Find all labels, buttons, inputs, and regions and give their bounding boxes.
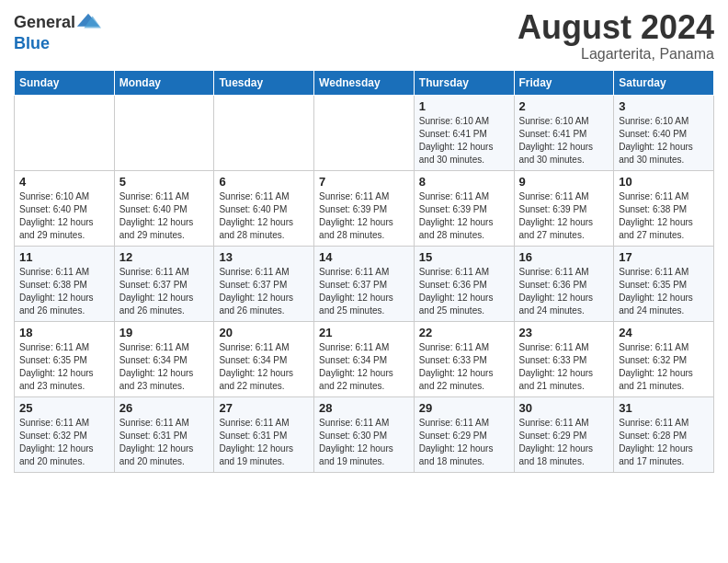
day-number: 2 — [519, 99, 609, 113]
calendar-cell: 11Sunrise: 6:11 AM Sunset: 6:38 PM Dayli… — [15, 246, 115, 321]
calendar-week-4: 18Sunrise: 6:11 AM Sunset: 6:35 PM Dayli… — [15, 321, 714, 396]
day-info: Sunrise: 6:11 AM Sunset: 6:30 PM Dayligh… — [319, 417, 409, 468]
day-info: Sunrise: 6:11 AM Sunset: 6:37 PM Dayligh… — [319, 266, 409, 317]
day-info: Sunrise: 6:11 AM Sunset: 6:37 PM Dayligh… — [219, 266, 309, 317]
day-info: Sunrise: 6:11 AM Sunset: 6:40 PM Dayligh… — [119, 190, 210, 242]
calendar-cell: 2Sunrise: 6:10 AM Sunset: 6:41 PM Daylig… — [514, 95, 614, 170]
day-info: Sunrise: 6:11 AM Sunset: 6:31 PM Dayligh… — [119, 417, 210, 468]
calendar-cell: 8Sunrise: 6:11 AM Sunset: 6:39 PM Daylig… — [414, 170, 514, 246]
day-number: 31 — [619, 401, 709, 415]
day-number: 6 — [219, 175, 309, 189]
calendar-cell: 24Sunrise: 6:11 AM Sunset: 6:32 PM Dayli… — [614, 321, 714, 396]
calendar-cell: 19Sunrise: 6:11 AM Sunset: 6:34 PM Dayli… — [114, 321, 214, 396]
calendar-cell: 3Sunrise: 6:10 AM Sunset: 6:40 PM Daylig… — [614, 95, 714, 170]
day-info: Sunrise: 6:11 AM Sunset: 6:36 PM Dayligh… — [419, 266, 509, 317]
logo: General Blue — [14, 9, 101, 52]
logo-icon — [75, 9, 101, 35]
day-info: Sunrise: 6:11 AM Sunset: 6:38 PM Dayligh… — [19, 266, 109, 317]
day-number: 7 — [319, 175, 409, 189]
calendar-header-saturday: Saturday — [614, 70, 714, 95]
day-info: Sunrise: 6:11 AM Sunset: 6:35 PM Dayligh… — [19, 341, 109, 393]
calendar-body: 1Sunrise: 6:10 AM Sunset: 6:41 PM Daylig… — [15, 95, 714, 472]
calendar-cell: 31Sunrise: 6:11 AM Sunset: 6:28 PM Dayli… — [614, 396, 714, 472]
calendar-cell: 26Sunrise: 6:11 AM Sunset: 6:31 PM Dayli… — [114, 396, 214, 472]
calendar-cell: 16Sunrise: 6:11 AM Sunset: 6:36 PM Dayli… — [514, 246, 614, 321]
day-info: Sunrise: 6:10 AM Sunset: 6:41 PM Dayligh… — [519, 115, 609, 167]
logo-text-general: General — [14, 14, 75, 30]
day-info: Sunrise: 6:11 AM Sunset: 6:37 PM Dayligh… — [119, 266, 210, 317]
calendar-cell — [15, 95, 115, 170]
calendar-subtitle: Lagarterita, Panama — [518, 46, 714, 63]
calendar-cell: 22Sunrise: 6:11 AM Sunset: 6:33 PM Dayli… — [414, 321, 514, 396]
calendar-week-3: 11Sunrise: 6:11 AM Sunset: 6:38 PM Dayli… — [15, 246, 714, 321]
calendar-week-1: 1Sunrise: 6:10 AM Sunset: 6:41 PM Daylig… — [15, 95, 714, 170]
day-number: 20 — [219, 326, 309, 339]
calendar-cell: 6Sunrise: 6:11 AM Sunset: 6:40 PM Daylig… — [214, 170, 314, 246]
day-number: 30 — [519, 401, 609, 415]
calendar-header-sunday: Sunday — [15, 70, 115, 95]
day-number: 8 — [419, 175, 509, 189]
day-number: 19 — [119, 326, 210, 339]
day-number: 3 — [619, 99, 709, 113]
calendar-cell: 17Sunrise: 6:11 AM Sunset: 6:35 PM Dayli… — [614, 246, 714, 321]
day-info: Sunrise: 6:11 AM Sunset: 6:32 PM Dayligh… — [19, 417, 109, 468]
day-info: Sunrise: 6:11 AM Sunset: 6:39 PM Dayligh… — [519, 190, 609, 242]
day-number: 28 — [319, 401, 409, 415]
calendar-cell — [314, 95, 415, 170]
calendar-header-tuesday: Tuesday — [214, 70, 314, 95]
day-number: 4 — [19, 175, 109, 189]
day-info: Sunrise: 6:11 AM Sunset: 6:40 PM Dayligh… — [219, 190, 309, 242]
calendar-cell: 29Sunrise: 6:11 AM Sunset: 6:29 PM Dayli… — [414, 396, 514, 472]
day-info: Sunrise: 6:11 AM Sunset: 6:32 PM Dayligh… — [619, 341, 709, 393]
calendar-cell: 12Sunrise: 6:11 AM Sunset: 6:37 PM Dayli… — [114, 246, 214, 321]
logo-text-blue: Blue — [14, 35, 50, 52]
day-info: Sunrise: 6:11 AM Sunset: 6:34 PM Dayligh… — [119, 341, 210, 393]
page-header: General Blue August 2024 Lagarterita, Pa… — [14, 9, 714, 63]
day-info: Sunrise: 6:10 AM Sunset: 6:40 PM Dayligh… — [19, 190, 109, 242]
day-number: 23 — [519, 326, 609, 339]
day-info: Sunrise: 6:11 AM Sunset: 6:35 PM Dayligh… — [619, 266, 709, 317]
day-number: 5 — [119, 175, 210, 189]
calendar-header-wednesday: Wednesday — [314, 70, 415, 95]
calendar-cell: 28Sunrise: 6:11 AM Sunset: 6:30 PM Dayli… — [314, 396, 415, 472]
calendar-cell: 20Sunrise: 6:11 AM Sunset: 6:34 PM Dayli… — [214, 321, 314, 396]
day-info: Sunrise: 6:11 AM Sunset: 6:28 PM Dayligh… — [619, 417, 709, 468]
calendar-cell: 7Sunrise: 6:11 AM Sunset: 6:39 PM Daylig… — [314, 170, 415, 246]
calendar-cell: 1Sunrise: 6:10 AM Sunset: 6:41 PM Daylig… — [414, 95, 514, 170]
calendar-cell: 15Sunrise: 6:11 AM Sunset: 6:36 PM Dayli… — [414, 246, 514, 321]
calendar-cell: 25Sunrise: 6:11 AM Sunset: 6:32 PM Dayli… — [15, 396, 115, 472]
day-number: 12 — [119, 250, 210, 264]
day-info: Sunrise: 6:11 AM Sunset: 6:33 PM Dayligh… — [419, 341, 509, 393]
calendar-week-2: 4Sunrise: 6:10 AM Sunset: 6:40 PM Daylig… — [15, 170, 714, 246]
day-number: 17 — [619, 250, 709, 264]
title-block: August 2024 Lagarterita, Panama — [518, 9, 714, 63]
day-info: Sunrise: 6:10 AM Sunset: 6:41 PM Dayligh… — [419, 115, 509, 167]
calendar-title: August 2024 — [518, 9, 714, 46]
calendar-cell: 9Sunrise: 6:11 AM Sunset: 6:39 PM Daylig… — [514, 170, 614, 246]
day-number: 11 — [19, 250, 109, 264]
day-info: Sunrise: 6:11 AM Sunset: 6:39 PM Dayligh… — [319, 190, 409, 242]
calendar-cell: 10Sunrise: 6:11 AM Sunset: 6:38 PM Dayli… — [614, 170, 714, 246]
calendar-header-row: SundayMondayTuesdayWednesdayThursdayFrid… — [15, 70, 714, 95]
day-number: 9 — [519, 175, 609, 189]
day-number: 26 — [119, 401, 210, 415]
day-info: Sunrise: 6:11 AM Sunset: 6:38 PM Dayligh… — [619, 190, 709, 242]
calendar-week-5: 25Sunrise: 6:11 AM Sunset: 6:32 PM Dayli… — [15, 396, 714, 472]
day-info: Sunrise: 6:11 AM Sunset: 6:34 PM Dayligh… — [319, 341, 409, 393]
calendar-cell: 4Sunrise: 6:10 AM Sunset: 6:40 PM Daylig… — [15, 170, 115, 246]
day-number: 13 — [219, 250, 309, 264]
calendar-cell: 23Sunrise: 6:11 AM Sunset: 6:33 PM Dayli… — [514, 321, 614, 396]
calendar-cell: 30Sunrise: 6:11 AM Sunset: 6:29 PM Dayli… — [514, 396, 614, 472]
day-info: Sunrise: 6:11 AM Sunset: 6:29 PM Dayligh… — [419, 417, 509, 468]
calendar-cell: 14Sunrise: 6:11 AM Sunset: 6:37 PM Dayli… — [314, 246, 415, 321]
day-number: 29 — [419, 401, 509, 415]
calendar-table: SundayMondayTuesdayWednesdayThursdayFrid… — [14, 70, 714, 473]
day-number: 18 — [19, 326, 109, 339]
day-info: Sunrise: 6:11 AM Sunset: 6:36 PM Dayligh… — [519, 266, 609, 317]
day-number: 15 — [419, 250, 509, 264]
calendar-cell — [114, 95, 214, 170]
day-info: Sunrise: 6:11 AM Sunset: 6:39 PM Dayligh… — [419, 190, 509, 242]
calendar-cell: 5Sunrise: 6:11 AM Sunset: 6:40 PM Daylig… — [114, 170, 214, 246]
calendar-cell: 18Sunrise: 6:11 AM Sunset: 6:35 PM Dayli… — [15, 321, 115, 396]
day-number: 22 — [419, 326, 509, 339]
